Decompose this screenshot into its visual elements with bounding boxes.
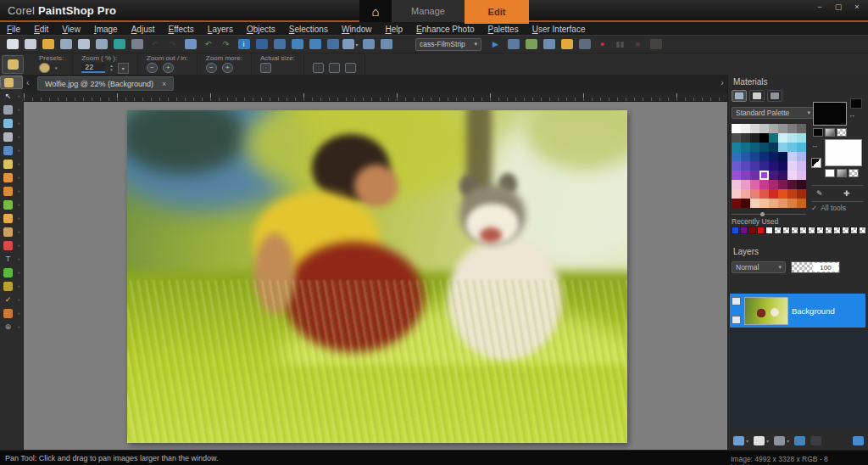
swap-colors-icon[interactable]: ↔: [849, 112, 855, 119]
close-icon[interactable]: ×: [851, 3, 863, 11]
recent-color-swatch[interactable]: [748, 227, 756, 234]
recent-color-swatch[interactable]: [833, 227, 841, 234]
blend-mode-dropdown[interactable]: Normal ▾: [732, 261, 786, 273]
document-tab[interactable]: Wolfie.jpg @ 22% (Background) ×: [37, 76, 174, 91]
photo-canvas-image[interactable]: [127, 110, 627, 443]
bg-color-style-icon[interactable]: [825, 169, 835, 177]
zoom-in-icon[interactable]: +: [163, 63, 174, 73]
palette-color-cell[interactable]: [741, 124, 750, 133]
palette-color-cell[interactable]: [778, 189, 787, 199]
palette-color-cell[interactable]: [769, 143, 778, 152]
zoom-more-in-icon[interactable]: +: [222, 63, 233, 73]
palette-color-cell[interactable]: [732, 171, 741, 180]
save-icon[interactable]: [75, 36, 92, 52]
canvas-workspace[interactable]: [24, 102, 727, 450]
palette-color-cell[interactable]: [797, 143, 806, 152]
palette-color-cell[interactable]: [797, 161, 806, 171]
navigator-icon[interactable]: [794, 436, 805, 445]
home-icon[interactable]: ⌂: [359, 0, 392, 22]
minimize-icon[interactable]: −: [814, 3, 826, 11]
zoom-value-field[interactable]: 22: [81, 63, 105, 73]
tool-flyout-icon[interactable]: ▸: [18, 243, 20, 248]
palette-color-cell[interactable]: [778, 171, 787, 180]
menu-item[interactable]: Selections: [282, 25, 335, 34]
airbrush-tool[interactable]: ▸: [0, 225, 23, 238]
zoom-out-icon[interactable]: −: [147, 63, 158, 73]
mask-overlay-icon[interactable]: ▾: [774, 436, 789, 445]
dual-view-icon[interactable]: [324, 36, 342, 52]
menu-item[interactable]: File: [0, 25, 27, 34]
palette-color-cell[interactable]: [797, 180, 806, 189]
tool-flyout-icon[interactable]: ▸: [18, 270, 20, 275]
slider-handle[interactable]: [760, 212, 765, 216]
fit-image-icon[interactable]: [329, 63, 340, 73]
warp-brush-tool[interactable]: ✓ ▸: [0, 293, 23, 306]
palette-color-cell[interactable]: [778, 133, 787, 143]
tool-flyout-icon[interactable]: ▸: [18, 216, 20, 221]
layer-link-icon[interactable]: [808, 278, 819, 289]
menu-item[interactable]: Enhance Photo: [409, 25, 481, 34]
tab-manage[interactable]: Manage: [392, 0, 465, 22]
recent-color-swatch[interactable]: [774, 227, 782, 234]
print-icon[interactable]: [128, 36, 146, 52]
tool-flyout-icon[interactable]: ▸: [18, 134, 20, 139]
stop-script-icon[interactable]: ■: [629, 36, 647, 52]
palette-color-cell[interactable]: [778, 180, 787, 189]
palette-color-cell[interactable]: [732, 189, 741, 199]
screen-capture-icon[interactable]: [181, 36, 199, 52]
add-swatch-icon[interactable]: ✚: [843, 190, 850, 198]
restore-icon[interactable]: ▢: [832, 3, 844, 11]
tool-flyout-icon[interactable]: ▸: [18, 256, 20, 261]
palette-color-cell[interactable]: [760, 180, 769, 189]
palette-color-cell[interactable]: [732, 161, 741, 171]
palette-color-cell[interactable]: [760, 152, 769, 161]
new-image-icon[interactable]: [3, 36, 21, 52]
layer-visibility-icon[interactable]: [762, 278, 773, 289]
menu-item[interactable]: Adjust: [125, 25, 162, 34]
layer-duplicate-icon[interactable]: [747, 278, 758, 289]
tool-flyout-icon[interactable]: ▸: [18, 311, 20, 316]
layer-delete-icon[interactable]: [777, 278, 788, 289]
quick-edit-icon[interactable]: [853, 436, 864, 445]
presets-hand-icon[interactable]: [39, 63, 50, 73]
script-output-icon[interactable]: [522, 36, 540, 52]
fg-color-style-icon[interactable]: [813, 128, 823, 137]
dropper-tool[interactable]: ▸: [0, 157, 23, 171]
palette-color-cell[interactable]: [787, 180, 797, 189]
palette-color-cell[interactable]: [750, 199, 760, 208]
tool-flyout-icon[interactable]: ▸: [18, 297, 20, 302]
recent-color-swatch[interactable]: [808, 227, 815, 234]
cancel-script-icon[interactable]: [647, 36, 665, 52]
transparency-toggle-icon[interactable]: [811, 158, 821, 168]
tab-scroll-left-icon[interactable]: ‹: [26, 77, 30, 87]
zoom-out-icon[interactable]: [306, 36, 324, 52]
tab-close-icon[interactable]: ×: [162, 80, 166, 88]
fg-gradient-style-icon[interactable]: [825, 128, 835, 137]
record-script-icon[interactable]: ●: [593, 36, 611, 52]
palette-color-cell[interactable]: [769, 189, 778, 199]
fit-window-icon[interactable]: [270, 36, 288, 52]
palette-scroll-slider[interactable]: [732, 211, 806, 216]
recent-color-swatch[interactable]: [842, 227, 849, 234]
layer-new-icon[interactable]: [732, 278, 743, 289]
palette-color-cell[interactable]: [778, 199, 787, 208]
palette-color-cell[interactable]: [750, 161, 760, 171]
palette-color-cell[interactable]: [778, 143, 787, 152]
toggle-execution-icon[interactable]: [576, 36, 593, 52]
center-image-icon[interactable]: [313, 63, 324, 73]
move-tool[interactable]: ▸: [0, 143, 23, 157]
zoom-more-out-icon[interactable]: −: [206, 63, 217, 73]
bg-pattern-style-icon[interactable]: [849, 169, 859, 177]
art-media-brush-tool[interactable]: ▸: [0, 306, 23, 320]
palette-color-cell[interactable]: [787, 143, 797, 152]
browse-icon[interactable]: [253, 36, 270, 52]
oil-brush-tool[interactable]: ⊕ ▸: [0, 320, 23, 333]
palette-color-cell[interactable]: [750, 143, 760, 152]
recent-color-swatch[interactable]: [740, 227, 748, 234]
tool-flyout-icon[interactable]: ▸: [18, 148, 20, 153]
palette-color-cell[interactable]: [769, 124, 778, 133]
palette-color-cell[interactable]: [760, 171, 769, 180]
palette-color-cell[interactable]: [741, 143, 750, 152]
palette-color-cell[interactable]: [787, 189, 797, 199]
history-forward-icon[interactable]: ↷: [217, 36, 235, 52]
